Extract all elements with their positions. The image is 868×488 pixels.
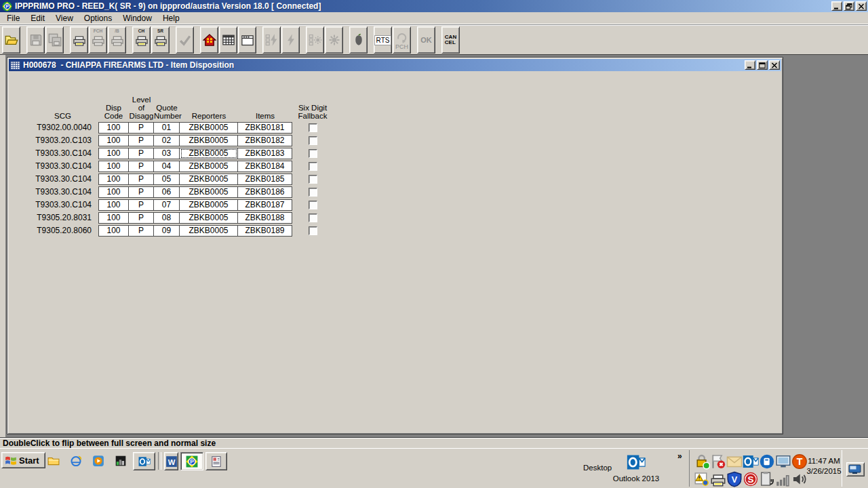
approve-check-button[interactable] (176, 26, 194, 54)
alert-button[interactable] (349, 26, 368, 54)
child-minimize-button[interactable] (745, 60, 755, 70)
level-cell[interactable]: P (129, 135, 154, 146)
ippprimo-task-button[interactable]: P (180, 452, 203, 470)
ok-button[interactable]: OK (417, 26, 435, 54)
contacts-task-button[interactable] (205, 452, 227, 470)
clipboard-power-tray-icon[interactable] (759, 470, 775, 488)
six-digit-fallback-checkbox[interactable] (309, 149, 317, 158)
item-cell[interactable]: ZBKB0189 (238, 225, 292, 237)
disp-cell[interactable]: 100 (98, 212, 129, 224)
show-desktop-button[interactable] (846, 462, 865, 476)
quote-cell[interactable]: 06 (154, 186, 180, 198)
batch-process-button[interactable] (306, 26, 324, 54)
item-cell[interactable]: ZBKB0187 (238, 199, 292, 211)
main-titlebar[interactable]: P IPPPRIMO PRO - REED_K( SR - 9) on ippp… (0, 0, 868, 12)
close-button[interactable] (856, 1, 867, 11)
shield-tray-icon[interactable]: V (726, 470, 743, 488)
mail-tray-icon[interactable] (726, 453, 743, 470)
level-cell[interactable]: P (129, 122, 154, 134)
lync-tray-icon[interactable] (759, 453, 775, 470)
menu-options[interactable]: Options (79, 12, 117, 24)
item-cell[interactable]: ZBKB0181 (238, 122, 292, 134)
minimize-button[interactable] (831, 1, 842, 11)
item-cell[interactable]: ZBKB0182 (238, 135, 292, 146)
certificate-tray-icon[interactable] (694, 470, 710, 488)
outlook-tray-icon[interactable] (743, 453, 759, 470)
level-cell[interactable]: P (129, 225, 154, 237)
six-digit-fallback-checkbox[interactable] (309, 162, 317, 171)
photo-viewer-icon[interactable] (115, 455, 127, 467)
reporter-cell[interactable]: ZBKB0005 (180, 186, 238, 198)
six-digit-fallback-checkbox[interactable] (309, 188, 317, 197)
disp-cell[interactable]: 100 (98, 122, 129, 134)
disp-cell[interactable]: 100 (98, 135, 129, 146)
disp-cell[interactable]: 100 (98, 174, 129, 185)
quote-cell[interactable]: 09 (154, 225, 180, 237)
item-cell[interactable]: ZBKB0184 (238, 161, 292, 172)
print-sr-button[interactable]: SR (151, 26, 170, 54)
pch-button[interactable]: PCH (393, 26, 411, 54)
print-ch-button[interactable]: CH (132, 26, 151, 54)
outlook-2013-shortcut-label[interactable]: Outlook 2013 (606, 474, 667, 483)
quote-cell[interactable]: 02 (154, 135, 180, 146)
disp-cell[interactable]: 100 (98, 186, 129, 198)
cancel-button[interactable]: CAN CEL (441, 26, 460, 54)
reporter-cell[interactable]: ZBKB0005 (180, 148, 238, 159)
open-button[interactable] (2, 26, 20, 54)
item-cell[interactable]: ZBKB0185 (238, 174, 292, 185)
reporter-cell[interactable]: ZBKB0005 (180, 135, 238, 146)
menu-file[interactable]: File (1, 12, 25, 24)
child-close-button[interactable] (769, 60, 780, 70)
save-all-button[interactable] (45, 26, 64, 54)
item-cell[interactable]: ZBKB0186 (238, 186, 292, 198)
reporter-cell[interactable]: ZBKB0005 (180, 174, 238, 185)
disp-cell[interactable]: 100 (98, 161, 129, 172)
menu-edit[interactable]: Edit (25, 12, 50, 24)
level-cell[interactable]: P (129, 199, 154, 211)
six-digit-fallback-checkbox[interactable] (309, 136, 317, 145)
start-button[interactable]: Start (1, 452, 45, 468)
child-maximize-button[interactable] (757, 60, 768, 70)
display-tray-icon[interactable] (775, 453, 791, 470)
media-player-icon[interactable] (92, 455, 104, 467)
process-button[interactable] (325, 26, 343, 54)
print-b-button[interactable]: /B (108, 26, 126, 54)
save-button[interactable] (26, 26, 45, 54)
level-cell[interactable]: P (129, 186, 154, 198)
quote-cell[interactable]: 08 (154, 212, 180, 224)
explorer-folder-icon[interactable] (47, 455, 60, 467)
comm-s-tray-icon[interactable]: S (743, 470, 759, 488)
reporter-cell[interactable]: ZBKB0005 (180, 161, 238, 172)
reporter-cell[interactable]: ZBKB0005 (180, 225, 238, 237)
level-cell[interactable]: P (129, 212, 154, 224)
level-cell[interactable]: P (129, 148, 154, 159)
printer-tray-icon[interactable] (710, 470, 726, 488)
tray-clock[interactable]: 11:47 AM 3/26/2015 (805, 456, 843, 476)
report-button[interactable] (281, 26, 300, 54)
restore-button[interactable] (844, 1, 854, 11)
signal-tray-icon[interactable] (775, 470, 791, 488)
print-button[interactable] (70, 26, 88, 54)
reporter-cell[interactable]: ZBKB0005 (180, 212, 238, 224)
disp-cell[interactable]: 100 (98, 148, 129, 159)
menu-view[interactable]: View (50, 12, 79, 24)
quote-cell[interactable]: 07 (154, 199, 180, 211)
quote-cell[interactable]: 03 (154, 148, 180, 159)
child-titlebar[interactable]: H000678 - CHIAPPA FIREARMS LTD - Item Di… (9, 59, 781, 71)
word-task-button[interactable]: W (164, 452, 178, 470)
rts-button[interactable]: RTS (374, 26, 392, 54)
six-digit-fallback-checkbox[interactable] (309, 214, 317, 222)
quote-cell[interactable]: 04 (154, 161, 180, 172)
item-cell[interactable]: ZBKB0183 (238, 148, 292, 159)
flag-error-tray-icon[interactable] (710, 453, 726, 470)
six-digit-fallback-checkbox[interactable] (309, 201, 317, 209)
batch-report-button[interactable] (262, 26, 281, 54)
quote-cell[interactable]: 05 (154, 174, 180, 185)
six-digit-fallback-checkbox[interactable] (309, 123, 317, 132)
item-cell[interactable]: ZBKB0188 (238, 212, 292, 224)
six-digit-fallback-checkbox[interactable] (309, 175, 317, 184)
level-cell[interactable]: P (129, 174, 154, 185)
six-digit-fallback-checkbox[interactable] (309, 226, 317, 235)
quote-cell[interactable]: 01 (154, 122, 180, 134)
reporter-cell[interactable]: ZBKB0005 (180, 199, 238, 211)
